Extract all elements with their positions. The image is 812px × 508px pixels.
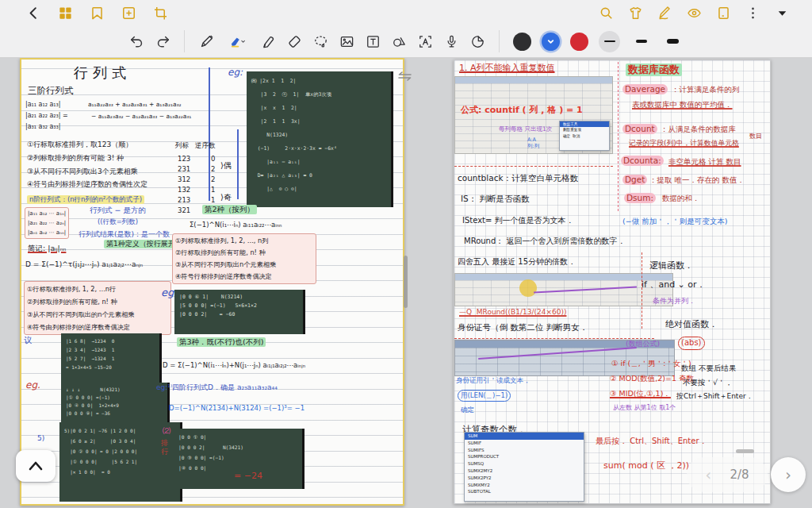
- image-icon[interactable]: [339, 33, 354, 49]
- handwriting-note: 数目: [749, 133, 762, 140]
- handwriting-note: 简记: |aᵢⱼ|ₙₙ: [28, 244, 66, 253]
- page-indicator: ‹ 2/8: [687, 457, 768, 492]
- microphone-icon[interactable]: [443, 33, 459, 49]
- ink-mark: [237, 129, 239, 199]
- handwriting-note: 列标 逆序数: [175, 141, 216, 150]
- edit-pen-icon[interactable]: [657, 5, 672, 21]
- lasso-icon[interactable]: [312, 33, 328, 49]
- shapes-icon[interactable]: [391, 33, 407, 49]
- collapse-caret-icon[interactable]: [774, 5, 790, 21]
- fountain-pen-icon[interactable]: [198, 33, 214, 49]
- handwriting-note: 非空单元格 计算 数目: [668, 157, 741, 167]
- add-page-icon[interactable]: [121, 5, 136, 21]
- note-card-icon[interactable]: [715, 5, 731, 21]
- section-title: 数据库函数: [626, 64, 682, 76]
- handwriting-note: ④符号由列标排列逆序数的奇偶性次定: [27, 180, 147, 189]
- handwriting-note: eg:: [228, 67, 243, 79]
- handwriting-note: 每列每格 只出现1次: [499, 125, 552, 133]
- previous-page-icon[interactable]: ‹: [705, 466, 711, 483]
- handwriting-note: 公式: countif ( 列 , 格 ) = 1: [461, 105, 583, 116]
- page-divider-handle[interactable]: [398, 70, 412, 85]
- next-page-button[interactable]: ›: [771, 457, 806, 492]
- sticker-icon[interactable]: [469, 33, 485, 49]
- handwriting-note: 数据的和．: [662, 194, 700, 203]
- handwriting-note: A:A 列:列: [527, 137, 539, 149]
- handwriting-note: 议: [24, 336, 32, 346]
- handwriting-note: 数组 不要后结果: [681, 364, 737, 373]
- toolbar-divider: [184, 30, 185, 52]
- handwriting-note: sum( mod ( 区 ，2)): [603, 460, 689, 471]
- handwriting-note: ③ MID(位,①,1)．: [610, 389, 671, 398]
- color-red-swatch[interactable]: [570, 33, 588, 51]
- handwriting-note: ⟩偶: [220, 161, 232, 171]
- handwriting-note: 第2种（按列）: [202, 205, 257, 214]
- handwriting-note: eg:¹⁾四阶行列式D．确是 a₂₃a₁₁a₃₂a₄₄: [156, 383, 278, 392]
- handwriting-note: 三阶行列式: [28, 85, 74, 96]
- stroke-thin-button[interactable]: [599, 31, 620, 52]
- page-grid-icon[interactable]: [57, 5, 73, 21]
- note-page-right[interactable]: 1. A列不能输入重复数值数据工具删除重复项确定 取消公式: countif (…: [454, 60, 771, 504]
- pager-drag-handle[interactable]: [736, 449, 754, 453]
- color-black-swatch[interactable]: [513, 33, 531, 51]
- highlighter-icon[interactable]: [224, 33, 250, 49]
- handwriting-note: 不要按＇√＇，: [683, 378, 733, 387]
- stroke-thick-button[interactable]: [662, 31, 684, 52]
- handwriting-note: 身份证号（倒 数第二位 判断男女．: [458, 322, 588, 333]
- marker-icon[interactable]: [260, 33, 276, 49]
- handwriting-note: 确定: [461, 406, 474, 414]
- ink-mark: [642, 252, 642, 329]
- handwriting-note: D = Σ(−1)^N(i₁⋯iₙ)+N(j₁⋯jₙ) aᵢ₁ⱼ₁aᵢ₂ⱼ₂⋯a…: [163, 361, 305, 370]
- handwriting-note: if 、and ⌄ or．: [642, 279, 706, 291]
- stroke-medium-button[interactable]: [630, 31, 652, 52]
- expand-thumbnails-button[interactable]: [16, 450, 56, 482]
- handwriting-note: MRound： 返回一个舍入到所需倍数的数字．: [464, 237, 625, 247]
- handwriting-note: ((行数=列数): [98, 217, 138, 226]
- handwriting-note: D = Σ(−1)^τ(j₁j₂⋯jₙ) a₁ⱼ₁a₂ⱼ₂⋯aₙⱼₙ: [25, 260, 143, 269]
- vertical-scrollbar[interactable]: [404, 256, 408, 308]
- handwriting-note: ① if (＿,＇男＇:＇女＇): [611, 359, 691, 368]
- handwriting-note: 绝对值函数．: [665, 319, 718, 330]
- handwriting-note: 5): [37, 434, 44, 443]
- handwriting-note: D=(−1)^N(2134)+N(3124) =(−1)³= −1: [169, 404, 304, 413]
- handwriting-note: IS： 判断是否函数: [461, 194, 530, 204]
- handwriting-note: 条件为并列．: [653, 297, 695, 306]
- handwriting-note: ①列标取标准排列, 1, 2, …, n列②行标取排列的所有可能, n! 种③从…: [172, 233, 316, 284]
- handwriting-note: 1. A列不能输入重复数值: [459, 63, 555, 74]
- note-page-left[interactable]: 行列式eg:三阶行列式|a₁₁ a₁₂ a₁₃| |a₂₁ a₂₂ a₂₃| =…: [20, 58, 404, 506]
- handwriting-note: 第3种．既(不行)也(不列): [177, 337, 266, 347]
- eraser-icon[interactable]: [286, 33, 302, 49]
- handwriting-note: (abs): [678, 337, 705, 350]
- handwriting-note: Daverage: [622, 84, 668, 94]
- handwriting-note: 用(LEN(＿)−1): [458, 390, 511, 402]
- handwriting-note: —Q MRound((B1/13/(24×60)): [459, 308, 566, 317]
- more-menu-icon[interactable]: [745, 5, 760, 21]
- color-blue-swatch[interactable]: [542, 33, 560, 51]
- handwriting-note: Dsum:: [624, 193, 656, 203]
- handwriting-note: eg.: [25, 379, 40, 391]
- text-box-icon[interactable]: [365, 33, 381, 49]
- handwriting-note: ② MOD(数值,2)=1 奇数: [610, 374, 694, 383]
- search-icon[interactable]: [598, 5, 614, 21]
- toolbar-divider: [499, 30, 500, 52]
- handwriting-note: ①行标取标准排列，取123（顺）: [27, 140, 132, 149]
- text-recognition-icon[interactable]: [417, 33, 433, 49]
- handwriting-note: eg: [161, 287, 174, 299]
- screenshot-crop-icon[interactable]: [152, 5, 168, 21]
- handwriting-note: − a₁₁a₂₃a₃₂ − a₁₂a₂₁a₃₃ − a₁₃a₂₂a₃₁: [91, 113, 191, 120]
- back-icon[interactable]: [25, 5, 41, 21]
- handwriting-note: 表或数据库中 数值的平均值．: [632, 100, 733, 110]
- handwriting-note: IStext= 判一个值是否为文本．: [462, 216, 574, 226]
- tshirt-icon[interactable]: [627, 5, 643, 21]
- handwriting-note: 按Ctrl＋Shift＋Enter．: [676, 392, 753, 401]
- ink-mark: [454, 166, 613, 167]
- handwriting-note: |a₁₁ a₁₂ ⋯ a₁ₙ| |a₂₁ a₂₂ ⋯ a₂ₙ| |aₙ₁ aₙ₂…: [25, 207, 69, 239]
- redo-icon[interactable]: [155, 33, 170, 49]
- ink-mark: [519, 279, 537, 297]
- handwriting-note: 四舍五入 最接近 15分钟的倍数．: [458, 257, 576, 267]
- handwriting-note: |a₁₁ a₁₂ a₁₃| |a₂₁ a₂₂ a₂₃| = |a₃₁ a₃₂ a…: [25, 99, 68, 133]
- title-bar: [0, 0, 812, 25]
- tool-bar: [0, 25, 812, 57]
- bookmark-icon[interactable]: [89, 5, 105, 21]
- eye-view-icon[interactable]: [686, 5, 702, 21]
- undo-icon[interactable]: [128, 33, 144, 49]
